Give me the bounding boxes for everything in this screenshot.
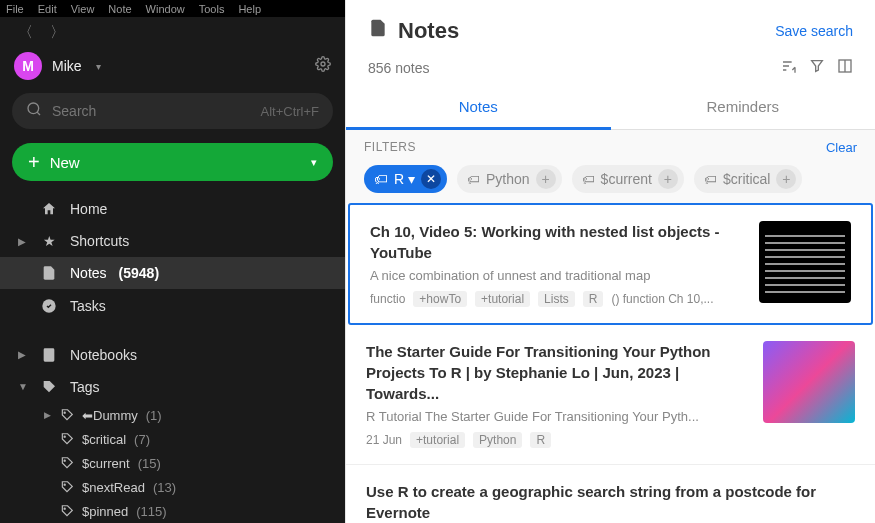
header: Notes Save search 856 notes: [346, 0, 875, 86]
nav-home[interactable]: Home: [0, 193, 345, 225]
menu-edit[interactable]: Edit: [38, 3, 57, 15]
menu-tools[interactable]: Tools: [199, 3, 225, 15]
svg-line-2: [37, 112, 40, 115]
note-title: Ch 10, Video 5: Working with nested list…: [370, 221, 743, 263]
filter-chips: 🏷R ▾✕🏷Python+🏷$current+🏷$critical+: [364, 165, 857, 193]
filter-chip[interactable]: 🏷$critical+: [694, 165, 802, 193]
note-item[interactable]: The Starter Guide For Transitioning Your…: [346, 325, 875, 465]
tab-notes[interactable]: Notes: [346, 86, 611, 130]
note-meta: 21 Jun+tutorialPythonR: [366, 432, 747, 448]
svg-point-5: [64, 436, 65, 437]
save-search-link[interactable]: Save search: [775, 23, 853, 39]
tag-item[interactable]: $nextRead (13): [34, 475, 345, 499]
avatar: M: [14, 52, 42, 80]
note-item[interactable]: Ch 10, Video 5: Working with nested list…: [348, 203, 873, 325]
clear-filters[interactable]: Clear: [826, 140, 857, 155]
tag-icon: 🏷: [467, 172, 480, 187]
note-title: The Starter Guide For Transitioning Your…: [366, 341, 747, 404]
plus-icon: +: [28, 151, 40, 174]
note-snippet: R Tutorial The Starter Guide For Transit…: [366, 408, 747, 426]
back-button[interactable]: 〈: [14, 21, 36, 43]
search-shortcut: Alt+Ctrl+F: [260, 104, 319, 119]
home-icon: [40, 201, 58, 217]
caret-down-icon[interactable]: ▼: [18, 381, 28, 392]
svg-point-4: [64, 412, 65, 413]
filter-chip[interactable]: 🏷$current+: [572, 165, 684, 193]
svg-point-8: [64, 508, 65, 509]
filter-chip[interactable]: 🏷Python+: [457, 165, 562, 193]
add-filter-icon[interactable]: +: [658, 169, 678, 189]
search-input[interactable]: [52, 103, 250, 119]
tag-item[interactable]: $current (15): [34, 451, 345, 475]
tab-reminders[interactable]: Reminders: [611, 86, 876, 129]
svg-point-1: [28, 103, 39, 114]
caret-right-icon[interactable]: ▶: [18, 236, 28, 247]
tag-item[interactable]: $pinned (115): [34, 499, 345, 523]
remove-filter-icon[interactable]: ✕: [421, 169, 441, 189]
tag-icon: [40, 379, 58, 395]
svg-point-0: [321, 62, 325, 66]
tag-icon: 🏷: [704, 172, 717, 187]
chevron-down-icon: ▾: [96, 61, 101, 72]
profile-row: M Mike ▾: [0, 47, 345, 85]
add-filter-icon[interactable]: +: [776, 169, 796, 189]
view-toggle-button[interactable]: [837, 58, 853, 78]
note-title: Use R to create a geographic search stri…: [366, 481, 855, 523]
sort-button[interactable]: [781, 58, 797, 78]
notes-icon: [368, 18, 388, 44]
sidebar: File Edit View Note Window Tools Help 〈 …: [0, 0, 345, 523]
add-filter-icon[interactable]: +: [536, 169, 556, 189]
tag-tree: ▶⬅Dummy (1)$critical (7)$current (15)$ne…: [0, 403, 345, 523]
note-icon: [40, 265, 58, 281]
main-panel: Notes Save search 856 notes Notes Remind…: [345, 0, 875, 523]
menu-view[interactable]: View: [71, 3, 95, 15]
menu-window[interactable]: Window: [146, 3, 185, 15]
notes-list[interactable]: Ch 10, Video 5: Working with nested list…: [346, 203, 875, 523]
page-title: Notes: [368, 18, 459, 44]
nav-shortcuts[interactable]: ▶ ★ Shortcuts: [0, 225, 345, 257]
caret-right-icon[interactable]: ▶: [44, 410, 52, 420]
search-box[interactable]: Alt+Ctrl+F: [12, 93, 333, 129]
note-thumbnail: [759, 221, 851, 303]
filter-chip-active[interactable]: 🏷R ▾✕: [364, 165, 447, 193]
tabs: Notes Reminders: [346, 86, 875, 130]
notebook-icon: [40, 347, 58, 363]
search-icon: [26, 101, 42, 121]
note-meta: functio+howTo+tutorialListsR() function …: [370, 291, 743, 307]
filters-panel: FILTERS Clear 🏷R ▾✕🏷Python+🏷$current+🏷$c…: [346, 130, 875, 203]
tag-item[interactable]: ▶⬅Dummy (1): [34, 403, 345, 427]
forward-button[interactable]: 〉: [46, 21, 68, 43]
menubar: File Edit View Note Window Tools Help: [0, 0, 345, 17]
check-icon: [40, 298, 58, 314]
profile-menu[interactable]: M Mike ▾: [14, 52, 101, 80]
star-icon: ★: [40, 233, 58, 249]
tag-icon: 🏷: [582, 172, 595, 187]
menu-note[interactable]: Note: [108, 3, 131, 15]
note-item[interactable]: Use R to create a geographic search stri…: [346, 465, 875, 523]
filters-label: FILTERS: [364, 140, 416, 155]
tag-item[interactable]: $critical (7): [34, 427, 345, 451]
new-label: New: [50, 154, 80, 171]
menu-file[interactable]: File: [6, 3, 24, 15]
view-tools: [781, 58, 853, 78]
svg-point-6: [64, 460, 65, 461]
nav-buttons: 〈 〉: [0, 17, 345, 47]
svg-point-7: [64, 484, 65, 485]
new-button[interactable]: + New ▾: [12, 143, 333, 181]
caret-right-icon[interactable]: ▶: [18, 349, 28, 360]
chevron-down-icon[interactable]: ▾: [311, 156, 317, 169]
nav-tasks[interactable]: Tasks: [0, 289, 345, 321]
note-thumbnail: [763, 341, 855, 423]
filter-button[interactable]: [809, 58, 825, 78]
note-count: 856 notes: [368, 60, 430, 76]
nav-notes[interactable]: Notes (5948): [0, 257, 345, 289]
tag-icon: 🏷: [374, 171, 388, 187]
note-snippet: A nice combination of unnest and traditi…: [370, 267, 743, 285]
username: Mike: [52, 58, 82, 74]
menu-help[interactable]: Help: [238, 3, 261, 15]
nav-tags[interactable]: ▼ Tags: [0, 371, 345, 403]
settings-button[interactable]: [315, 56, 331, 77]
nav-notebooks[interactable]: ▶ Notebooks: [0, 339, 345, 371]
